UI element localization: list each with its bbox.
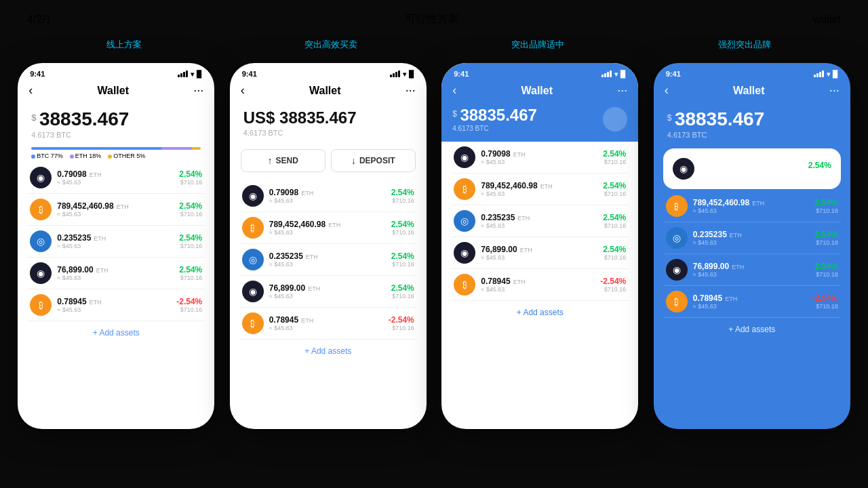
asset-amount: 0.235235 — [269, 251, 303, 261]
asset-info: 0.78945ETH≈ $45.63 — [57, 297, 171, 313]
asset-symbol: ETH — [94, 235, 106, 242]
asset-usd-card-4: ≈ $45.63 — [700, 170, 803, 177]
asset-info: 0.79098ETH≈ $45.63 — [57, 169, 174, 186]
nav-bar-3: ‹ Wallet ··· — [441, 81, 638, 103]
back-button-4[interactable]: ‹ — [665, 83, 669, 98]
more-button-1[interactable]: ··· — [193, 83, 203, 98]
add-assets-4[interactable]: + Add assets — [654, 318, 850, 341]
asset-change-pct: -2.54% — [176, 297, 202, 306]
progress-bar-1 — [31, 147, 201, 150]
variant-label-2: 突出高效买卖 — [233, 39, 429, 51]
asset-value: $710.18 — [815, 239, 838, 246]
asset-amount: 0.235235 — [481, 213, 515, 222]
asset-amount-card-4: 0.79098 — [700, 161, 729, 170]
add-assets-2[interactable]: + Add assets — [230, 340, 427, 363]
top-bar-right: wallet — [813, 14, 841, 26]
asset-usd: ≈ $45.63 — [57, 179, 174, 186]
asset-change: -2.54%$710.16 — [600, 277, 626, 293]
asset-info-card-4: 0.79098 ETH ≈ $45.63 — [700, 161, 803, 177]
more-button-4[interactable]: ··· — [829, 83, 840, 98]
deposit-button-2[interactable]: ↓ DEPOSIT — [331, 149, 416, 172]
status-icons-1: ▾ ▉ — [178, 70, 202, 78]
top-bar-left: 4/2/1 — [27, 14, 52, 26]
time-4: 9:41 — [666, 70, 681, 78]
asset-icon: ◉ — [454, 146, 475, 168]
asset-list-2: ◉0.79098ETH≈ $45.632.54%$710.16₿789,452,… — [230, 180, 427, 340]
back-button-1[interactable]: ‹ — [28, 83, 33, 98]
asset-amount: 76,899.00 — [481, 245, 517, 254]
asset-change-pct: 2.54% — [391, 188, 414, 197]
asset-item: ◎0.235235ETH≈ $45.632.54%$710.18 — [663, 222, 841, 254]
asset-icon: ◉ — [454, 242, 475, 264]
asset-icon: ₿ — [30, 294, 52, 316]
asset-change-pct: 2.54% — [603, 181, 626, 190]
asset-change-pct: 2.54% — [815, 230, 838, 239]
asset-value: $710.16 — [179, 211, 202, 218]
nav-bar-1: ‹ Wallet ··· — [18, 81, 214, 103]
asset-value: $710.16 — [176, 306, 202, 313]
time-1: 9:41 — [30, 70, 45, 78]
dollar-sym-4: $ — [667, 113, 672, 123]
progress-bar-wrapper-1: BTC 77% ETH 18% OTHER 5% — [18, 143, 214, 162]
variant-label-3: 突出品牌适中 — [439, 39, 636, 51]
asset-icon: ◎ — [666, 227, 688, 249]
asset-change: 2.54%$710.16 — [391, 283, 414, 300]
asset-value: $710.16 — [389, 325, 414, 331]
asset-info: 0.78945ETH≈ $45.63 — [269, 315, 383, 331]
asset-amount: 76,899.00 — [57, 265, 93, 274]
asset-symbol: ETH — [301, 317, 313, 324]
asset-usd: ≈ $45.63 — [481, 286, 595, 293]
asset-usd: ≈ $45.63 — [269, 293, 386, 300]
asset-change-pct: 2.54% — [603, 149, 626, 159]
asset-symbol: ETH — [96, 267, 108, 274]
back-button-2[interactable]: ‹ — [241, 83, 245, 98]
variants-row: 线上方案 突出高效买卖 突出品牌适中 强烈突出品牌 — [0, 39, 868, 51]
asset-change-pct: 2.54% — [391, 283, 414, 293]
asset-change-card-4: 2.54% $710.18 — [808, 161, 831, 177]
send-button-2[interactable]: ↑ SEND — [241, 149, 326, 172]
more-button-2[interactable]: ··· — [406, 83, 416, 98]
asset-amount: 0.235235 — [57, 233, 91, 243]
asset-info: 789,452,460.98ETH≈ $45.63 — [269, 220, 386, 236]
asset-value: $710.18 — [812, 303, 838, 310]
asset-info: 0.235235ETH≈ $45.63 — [269, 251, 386, 268]
phone-2: 9:41 ▾ ▉ ‹ Wallet ··· US$ 38835.467 4.61… — [230, 63, 427, 429]
nav-title-1: Wallet — [97, 85, 129, 97]
wifi-icon-4: ▾ — [827, 70, 830, 78]
asset-item: ₿0.78945ETH≈ $45.63-2.54%$710.16 — [27, 289, 205, 321]
asset-change: 2.54%$710.16 — [391, 251, 414, 268]
back-button-3[interactable]: ‹ — [452, 83, 456, 98]
asset-change-pct: 2.54% — [603, 245, 626, 254]
asset-symbol: ETH — [540, 183, 553, 190]
asset-info: 789,452,460.98ETH≈ $45.63 — [693, 198, 810, 214]
asset-symbol: ETH — [328, 222, 340, 228]
asset-usd: ≈ $45.63 — [693, 207, 810, 214]
asset-item: ◎0.235235ETH≈ $45.632.54%$710.16 — [239, 244, 417, 276]
asset-icon: ◎ — [242, 249, 264, 270]
asset-usd: ≈ $45.63 — [57, 306, 171, 313]
asset-symbol: ETH — [725, 296, 737, 302]
time-3: 9:41 — [454, 70, 469, 78]
more-button-3[interactable]: ··· — [617, 83, 627, 98]
time-2: 9:41 — [242, 70, 257, 78]
balance-3: 38835.467 — [460, 106, 536, 124]
asset-icon: ₿ — [454, 274, 475, 296]
asset-item: ₿0.78945ETH≈ $45.63-2.54%$710.16 — [451, 269, 629, 301]
asset-icon: ₿ — [666, 291, 688, 312]
variant-label-4: 强烈突出品牌 — [646, 39, 843, 51]
asset-change-pct: 2.54% — [179, 233, 202, 243]
asset-value: $710.18 — [815, 271, 838, 278]
asset-symbol: ETH — [90, 299, 102, 306]
status-icons-3: ▾ ▉ — [601, 70, 626, 78]
toggle-button-3[interactable] — [603, 107, 627, 131]
asset-amount: 0.79098 — [57, 169, 86, 179]
add-assets-3[interactable]: + Add assets — [441, 301, 638, 324]
asset-symbol: ETH — [117, 203, 129, 210]
nav-title-3: Wallet — [521, 85, 553, 97]
battery-icon-1: ▉ — [197, 70, 202, 78]
asset-item: ◉76,899.00ETH≈ $45.632.54%$710.18 — [663, 254, 841, 286]
asset-change: 2.54%$710.16 — [391, 220, 414, 236]
status-bar-2: 9:41 ▾ ▉ — [230, 63, 427, 81]
asset-item: ◉0.79098ETH≈ $45.632.54%$710.16 — [27, 162, 205, 194]
add-assets-1[interactable]: + Add assets — [18, 321, 214, 344]
